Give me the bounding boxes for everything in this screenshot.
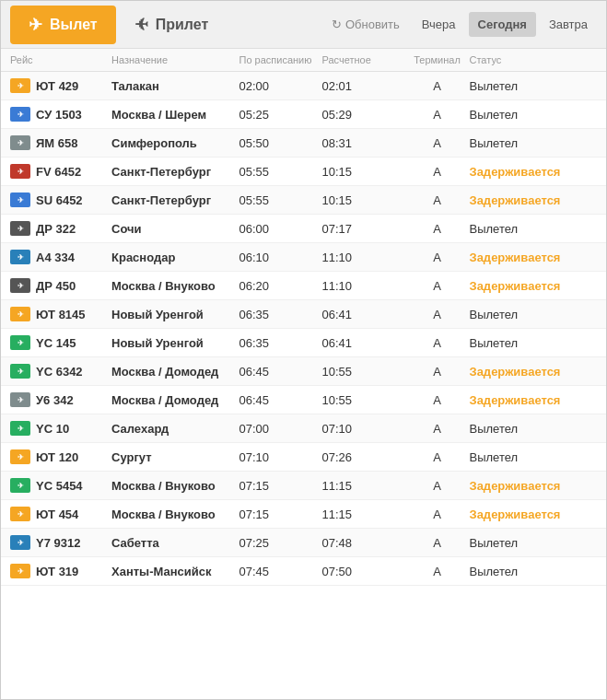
- airline-icon: ✈: [10, 250, 30, 264]
- airline-icon: ✈: [10, 221, 30, 236]
- status-cell: Вылетел: [470, 536, 598, 550]
- terminal-cell: А: [405, 450, 470, 464]
- status-cell: Задерживается: [470, 393, 598, 407]
- table-row[interactable]: ✈ FV 6452 Санкт-Петербург 05:55 10:15 А …: [1, 158, 606, 186]
- estimated-cell: 05:29: [322, 108, 405, 122]
- status-cell: Вылетел: [470, 336, 598, 350]
- col-status: Статус: [470, 54, 598, 65]
- flight-number: YC 10: [36, 422, 69, 436]
- table-row[interactable]: ✈ YC 10 Салехард 07:00 07:10 А Вылетел: [1, 414, 606, 443]
- tab-arrival[interactable]: ✈ Прилет: [116, 6, 228, 44]
- estimated-cell: 07:50: [322, 565, 405, 578]
- airline-icon: ✈: [10, 192, 30, 207]
- scheduled-cell: 06:20: [239, 279, 322, 293]
- table-row[interactable]: ✈ ЮТ 319 Ханты-Мансийск 07:45 07:50 А Вы…: [1, 557, 606, 586]
- col-flight: Рейс: [10, 54, 111, 65]
- status-cell: Задерживается: [470, 508, 598, 521]
- table-row[interactable]: ✈ ЮТ 120 Сургут 07:10 07:26 А Вылетел: [1, 443, 606, 472]
- flight-number: ЮТ 454: [36, 508, 78, 521]
- flight-number: ЮТ 429: [36, 79, 78, 93]
- table-row[interactable]: ✈ ЮТ 8145 Новый Уренгой 06:35 06:41 А Вы…: [1, 300, 606, 329]
- scheduled-cell: 07:45: [239, 565, 322, 578]
- destination-cell: Москва / Внуково: [111, 508, 239, 521]
- estimated-cell: 10:15: [322, 165, 405, 179]
- table-row[interactable]: ✈ ЮТ 429 Талакан 02:00 02:01 А Вылетел: [1, 72, 606, 100]
- terminal-cell: А: [405, 279, 470, 293]
- terminal-cell: А: [405, 193, 470, 207]
- table-row[interactable]: ✈ YC 145 Новый Уренгой 06:35 06:41 А Выл…: [1, 329, 606, 357]
- yesterday-button[interactable]: Вчера: [413, 12, 465, 37]
- airline-icon: ✈: [10, 107, 30, 122]
- estimated-cell: 07:10: [322, 422, 405, 436]
- status-cell: Вылетел: [470, 422, 598, 436]
- terminal-cell: А: [405, 308, 470, 321]
- status-cell: Вылетел: [470, 450, 598, 464]
- tab-departure[interactable]: ✈ Вылет: [10, 6, 116, 44]
- scheduled-cell: 06:00: [239, 222, 322, 236]
- flight-number: ЮТ 319: [36, 565, 78, 578]
- status-cell: Задерживается: [470, 479, 598, 493]
- scheduled-cell: 06:10: [239, 251, 322, 264]
- header-controls: ↻ Обновить Вчера Сегодня Завтра: [322, 12, 597, 37]
- table-row[interactable]: ✈ ДР 322 Сочи 06:00 07:17 А Вылетел: [1, 215, 606, 243]
- table-row[interactable]: ✈ ДР 450 Москва / Внуково 06:20 11:10 А …: [1, 272, 606, 300]
- tomorrow-button[interactable]: Завтра: [540, 12, 597, 37]
- tab-departure-label: Вылет: [50, 17, 98, 33]
- table-row[interactable]: ✈ У6 342 Москва / Домодед 06:45 10:55 А …: [1, 386, 606, 414]
- destination-cell: Сабетта: [111, 536, 239, 550]
- flight-number: YC 5454: [36, 479, 83, 493]
- status-cell: Вылетел: [470, 108, 598, 122]
- flight-cell: ✈ ДР 322: [10, 221, 111, 236]
- terminal-cell: А: [405, 536, 470, 550]
- flight-number: ЯМ 658: [36, 136, 77, 150]
- scheduled-cell: 05:25: [239, 108, 322, 122]
- flight-number: ЮТ 8145: [36, 308, 86, 321]
- flight-cell: ✈ YC 10: [10, 421, 111, 436]
- table-row[interactable]: ✈ ЯМ 658 Симферополь 05:50 08:31 А Вылет…: [1, 129, 606, 158]
- table-row[interactable]: ✈ А4 334 Краснодар 06:10 11:10 А Задержи…: [1, 243, 606, 272]
- scheduled-cell: 07:15: [239, 479, 322, 493]
- destination-cell: Москва / Шерем: [111, 108, 239, 122]
- table-row[interactable]: ✈ Y7 9312 Сабетта 07:25 07:48 А Вылетел: [1, 529, 606, 557]
- terminal-cell: А: [405, 108, 470, 122]
- scheduled-cell: 07:15: [239, 508, 322, 521]
- table-row[interactable]: ✈ SU 6452 Санкт-Петербург 05:55 10:15 А …: [1, 186, 606, 215]
- destination-cell: Новый Уренгой: [111, 336, 239, 350]
- status-cell: Вылетел: [470, 79, 598, 93]
- estimated-cell: 10:55: [322, 365, 405, 379]
- table-row[interactable]: ✈ ЮТ 454 Москва / Внуково 07:15 11:15 А …: [1, 500, 606, 529]
- table-row[interactable]: ✈ YC 6342 Москва / Домодед 06:45 10:55 А…: [1, 357, 606, 386]
- flight-number: YC 6342: [36, 365, 83, 379]
- airline-icon: ✈: [10, 507, 30, 521]
- flight-cell: ✈ А4 334: [10, 250, 111, 264]
- scheduled-cell: 05:55: [239, 193, 322, 207]
- scheduled-cell: 07:00: [239, 422, 322, 436]
- flight-cell: ✈ YC 145: [10, 335, 111, 350]
- scheduled-cell: 05:50: [239, 136, 322, 150]
- table-row[interactable]: ✈ YC 5454 Москва / Внуково 07:15 11:15 А…: [1, 472, 606, 500]
- status-cell: Вылетел: [470, 136, 598, 150]
- flight-number: СУ 1503: [36, 108, 82, 122]
- status-cell: Задерживается: [470, 251, 598, 264]
- scheduled-cell: 07:25: [239, 536, 322, 550]
- col-estimated: Расчетное: [322, 54, 405, 65]
- estimated-cell: 10:15: [322, 193, 405, 207]
- refresh-icon: ↻: [332, 18, 342, 31]
- today-label: Сегодня: [478, 18, 527, 31]
- flight-cell: ✈ ЮТ 8145: [10, 307, 111, 321]
- refresh-button[interactable]: ↻ Обновить: [322, 12, 409, 37]
- destination-cell: Краснодар: [111, 251, 239, 264]
- flight-cell: ✈ ЮТ 429: [10, 78, 111, 93]
- flight-number: ДР 450: [36, 279, 76, 293]
- today-button[interactable]: Сегодня: [469, 12, 536, 37]
- estimated-cell: 06:41: [322, 308, 405, 321]
- flight-number: А4 334: [36, 251, 75, 264]
- terminal-cell: А: [405, 165, 470, 179]
- destination-cell: Санкт-Петербург: [111, 165, 239, 179]
- flight-cell: ✈ ЮТ 120: [10, 449, 111, 464]
- table-row[interactable]: ✈ СУ 1503 Москва / Шерем 05:25 05:29 А В…: [1, 100, 606, 129]
- header: ✈ Вылет ✈ Прилет ↻ Обновить Вчера Сегодн…: [1, 1, 606, 49]
- airline-icon: ✈: [10, 335, 30, 350]
- destination-cell: Ханты-Мансийск: [111, 565, 239, 578]
- terminal-cell: А: [405, 565, 470, 578]
